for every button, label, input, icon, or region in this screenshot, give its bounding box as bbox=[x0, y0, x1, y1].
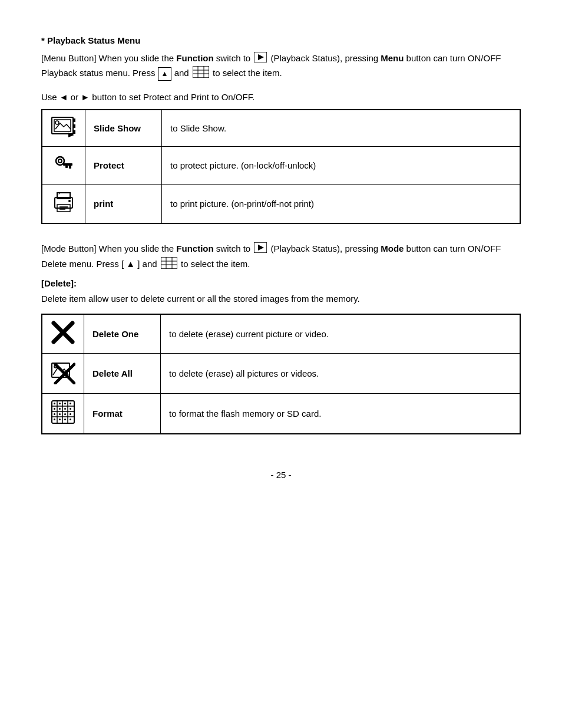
svg-point-52 bbox=[64, 408, 66, 410]
delete-one-desc: to delete (erase) current picture or vid… bbox=[161, 314, 521, 354]
format-label: Format bbox=[84, 394, 161, 434]
svg-point-25 bbox=[68, 200, 71, 202]
mode-button-paragraph: [Mode Button] When you slide the Functio… bbox=[41, 242, 521, 272]
svg-point-53 bbox=[70, 408, 71, 410]
svg-rect-28 bbox=[161, 257, 177, 269]
delete-all-label: Delete All bbox=[84, 354, 161, 394]
svg-point-46 bbox=[54, 403, 55, 404]
menu-button-text-bracket: [Menu Button] When you slide the bbox=[41, 53, 176, 63]
svg-point-48 bbox=[64, 403, 66, 404]
delete-all-desc: to delete (erase) all pictures or videos… bbox=[161, 354, 521, 394]
and-text: and bbox=[174, 68, 191, 78]
play-icon-inline bbox=[254, 52, 267, 66]
slideshow-desc: to Slide Show. bbox=[162, 110, 521, 147]
svg-point-57 bbox=[70, 413, 71, 415]
svg-rect-9 bbox=[73, 118, 75, 122]
delete-all-icon bbox=[51, 360, 75, 384]
playback-table: Slide Show to Slide Show. Protect to pro… bbox=[41, 109, 521, 224]
table-row: Protect to protect picture. (on-lock/off… bbox=[42, 147, 520, 185]
delete-table: Delete One to delete (erase) current pic… bbox=[41, 314, 521, 434]
svg-point-59 bbox=[59, 419, 61, 420]
print-label: print bbox=[85, 185, 162, 224]
svg-point-15 bbox=[58, 159, 62, 163]
mode-button-section: [Mode Button] When you slide the Functio… bbox=[41, 242, 521, 434]
svg-point-54 bbox=[54, 413, 55, 415]
svg-point-61 bbox=[70, 419, 71, 420]
slideshow-icon bbox=[51, 116, 77, 137]
svg-point-47 bbox=[59, 403, 61, 404]
format-icon bbox=[51, 400, 75, 424]
delete-one-label: Delete One bbox=[84, 314, 161, 354]
svg-marker-1 bbox=[258, 54, 264, 60]
menu-button-text-paren: (Playback Status), pressing bbox=[271, 53, 381, 63]
up-arrow-2: ▲ bbox=[126, 259, 135, 269]
function-keyword-2: Function bbox=[176, 243, 213, 253]
mode-button-text-1: [Mode Button] When you slide the bbox=[41, 243, 176, 253]
mode-button-text-2: switch to bbox=[216, 243, 253, 253]
delete-one-icon bbox=[51, 321, 75, 344]
delete-all-icon-cell bbox=[42, 354, 84, 394]
svg-marker-27 bbox=[258, 245, 264, 251]
playback-status-section: * Playback Status Menu [Menu Button] Whe… bbox=[41, 35, 521, 224]
svg-rect-16 bbox=[63, 163, 72, 166]
svg-point-58 bbox=[54, 419, 55, 420]
mode-button-text-5: ] and bbox=[137, 259, 160, 269]
delete-paragraph: Delete item allow user to delete current… bbox=[41, 292, 521, 305]
table-row: Delete One to delete (erase) current pic… bbox=[42, 314, 520, 354]
protect-label: Protect bbox=[85, 147, 162, 185]
svg-point-56 bbox=[64, 413, 66, 415]
format-desc: to format the flash memory or SD card. bbox=[161, 394, 521, 434]
mode-keyword: Mode bbox=[381, 243, 404, 253]
svg-point-49 bbox=[70, 403, 71, 404]
playback-status-heading: * Playback Status Menu bbox=[41, 35, 521, 45]
menu-button-paragraph: [Menu Button] When you slide the Functio… bbox=[41, 51, 521, 81]
protect-icon bbox=[52, 153, 75, 175]
up-arrow-icon: ▲ bbox=[158, 67, 172, 81]
print-icon-cell bbox=[42, 185, 85, 224]
slideshow-icon-cell bbox=[42, 110, 85, 147]
grid-icon-2 bbox=[161, 257, 177, 272]
svg-rect-18 bbox=[65, 166, 68, 168]
svg-point-12 bbox=[55, 121, 59, 124]
svg-point-60 bbox=[64, 419, 66, 420]
table-row: Delete All to delete (erase) all picture… bbox=[42, 354, 520, 394]
svg-rect-17 bbox=[69, 166, 71, 169]
table-row: Format to format the flash memory or SD … bbox=[42, 394, 520, 434]
svg-rect-2 bbox=[193, 66, 209, 78]
mode-button-text-3: (Playback Status), pressing bbox=[271, 243, 381, 253]
delete-heading: [Delete]: bbox=[41, 278, 521, 288]
delete-one-icon-cell bbox=[42, 314, 84, 354]
slideshow-label: Slide Show bbox=[85, 110, 162, 147]
mode-button-text-end: to select the item. bbox=[181, 259, 250, 269]
menu-keyword: Menu bbox=[381, 53, 404, 63]
grid-icon bbox=[193, 66, 209, 81]
menu-button-text-end: to select the item. bbox=[213, 68, 282, 78]
svg-rect-11 bbox=[73, 130, 75, 134]
page-number: - 25 - bbox=[41, 470, 521, 480]
format-icon-cell bbox=[42, 394, 84, 434]
protect-desc: to protect picture. (on-lock/off-unlock) bbox=[162, 147, 521, 185]
print-desc: to print picture. (on-print/off-not prin… bbox=[162, 185, 521, 224]
function-keyword: Function bbox=[176, 53, 213, 63]
svg-point-14 bbox=[56, 157, 64, 165]
table-row: Slide Show to Slide Show. bbox=[42, 110, 520, 147]
svg-rect-10 bbox=[73, 124, 75, 128]
svg-point-55 bbox=[59, 413, 61, 415]
use-line: Use ◄ or ► button to set Protect and Pri… bbox=[41, 92, 521, 102]
protect-icon-cell bbox=[42, 147, 85, 185]
svg-point-50 bbox=[54, 408, 55, 410]
table-row: print to print picture. (on-print/off-no… bbox=[42, 185, 520, 224]
svg-point-51 bbox=[59, 408, 61, 410]
print-icon bbox=[51, 190, 76, 214]
play-icon-inline-2 bbox=[254, 242, 267, 256]
menu-button-text-switch: switch to bbox=[216, 53, 253, 63]
